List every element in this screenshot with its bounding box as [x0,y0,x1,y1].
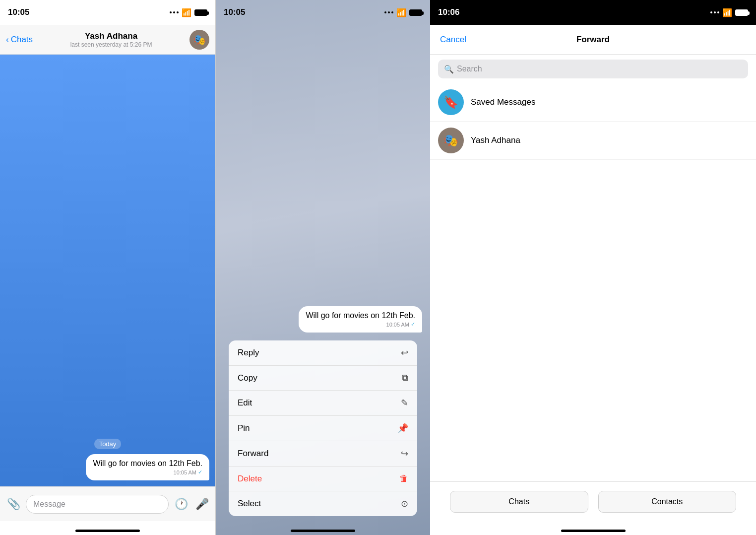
forward-status-time: 10:06 [438,7,459,17]
menu-item-reply[interactable]: Reply ↩ [229,340,417,366]
cancel-button[interactable]: Cancel [440,35,480,45]
date-badge: Today [94,439,122,449]
forward-icon: ↪ [401,448,408,459]
yash-avatar-icon: 🎭 [443,134,458,147]
input-placeholder: Message [33,500,65,509]
context-message-text: Will go for movies on 12th Feb. [306,311,415,320]
home-bar [291,530,355,532]
context-status-icons: 📶 [384,8,422,17]
wifi-icon: 📶 [182,8,191,17]
context-message-area: Will go for movies on 12th Feb. 10:05 AM… [216,25,430,340]
home-indicator [0,521,215,535]
contact-item-saved[interactable]: 🔖 Saved Messages [430,83,756,122]
forward-status-bar: 10:06 📶 [430,0,756,25]
menu-item-forward[interactable]: Forward ↪ [229,441,417,467]
contact-item-yash[interactable]: 🎭 Yash Adhana [430,122,756,160]
menu-item-edit[interactable]: Edit ✎ [229,391,417,416]
menu-label-edit: Edit [238,398,252,408]
bubble-meta: 10:05 AM ✓ [93,469,202,475]
menu-item-delete[interactable]: Delete 🗑 [229,467,417,491]
status-bar: 10:05 📶 [0,0,215,25]
forward-search-bar: 🔍 Search [430,55,756,83]
copy-icon: ⧉ [402,373,408,383]
bubble-time: 10:05 AM [174,469,196,475]
avatar-saved-messages: 🔖 [438,89,464,115]
menu-label-copy: Copy [238,373,257,383]
forward-panel: 10:06 📶 Cancel Forward 🔍 Search 🔖 Saved … [430,0,756,535]
battery-icon [735,9,748,16]
tab-contacts-label: Contacts [651,497,683,506]
context-menu-panel: 10:05 📶 Will go for movies on 12th Feb. … [216,0,430,535]
home-bar [561,530,626,532]
reply-icon: ↩ [401,347,408,358]
bubble-meta: 10:05 AM ✓ [306,321,415,328]
chat-user-status: last seen yesterday at 5:26 PM [70,41,152,48]
chat-panel: 10:05 📶 ‹ Chats Yash Adhana last seen ye… [0,0,216,535]
saved-messages-icon: 🔖 [443,95,458,109]
menu-label-reply: Reply [238,348,259,358]
edit-icon: ✎ [401,398,408,408]
tab-chats[interactable]: Chats [450,491,588,513]
forward-status-icons: 📶 [710,8,748,17]
wifi-icon: 📶 [396,8,406,17]
contacts-list: 🔖 Saved Messages 🎭 Yash Adhana [430,83,756,481]
context-status-bar: 10:05 📶 [216,0,430,25]
search-container[interactable]: 🔍 Search [438,60,748,78]
message-text: Will go for movies on 12th Feb. [93,459,202,468]
menu-label-pin: Pin [238,423,250,433]
bubble-check: ✓ [198,469,202,475]
home-indicator [216,521,430,535]
chat-nav-bar: ‹ Chats Yash Adhana last seen yesterday … [0,25,215,55]
delete-icon: 🗑 [399,473,408,484]
signal-icon [710,11,719,13]
chevron-left-icon: ‹ [6,35,9,45]
context-status-time: 10:05 [224,7,245,17]
home-bar [75,530,140,532]
avatar-image: 🎭 [193,34,206,46]
select-icon: ⊙ [401,498,408,509]
menu-item-select[interactable]: Select ⊙ [229,491,417,516]
chat-background: Today Will go for movies on 12th Feb. 10… [0,55,215,486]
context-menu: Reply ↩ Copy ⧉ Edit ✎ Pin 📌 Forward ↪ De… [229,340,417,516]
wifi-icon: 📶 [722,8,732,17]
message-bubble[interactable]: Will go for movies on 12th Feb. 10:05 AM… [86,454,209,480]
message-input[interactable]: Message [26,495,169,514]
battery-icon [194,9,207,16]
signal-icon [170,11,179,13]
chat-user-name: Yash Adhana [85,31,137,41]
menu-item-pin[interactable]: Pin 📌 [229,416,417,441]
avatar[interactable]: 🎭 [189,30,209,50]
contact-name-yash: Yash Adhana [471,135,520,145]
bubble-check: ✓ [411,321,415,328]
attachment-button[interactable]: 📎 [5,496,22,513]
signal-icon [384,11,393,13]
forward-nav-bar: Cancel Forward [430,25,756,55]
chat-input-bar: 📎 Message 🕐 🎤 [0,486,215,521]
microphone-button[interactable]: 🎤 [193,496,210,513]
menu-label-forward: Forward [238,449,268,459]
forward-title: Forward [480,35,706,45]
home-indicator [430,521,756,535]
status-icons: 📶 [170,8,207,17]
sticker-button[interactable]: 🕐 [173,496,189,513]
back-label: Chats [11,35,33,45]
search-icon: 🔍 [444,65,454,74]
pin-icon: 📌 [397,423,408,434]
bubble-time: 10:05 AM [386,322,409,328]
battery-icon [409,9,422,16]
search-placeholder: Search [457,65,482,73]
bottom-tabs: Chats Contacts [430,481,756,521]
chat-user-info: Yash Adhana last seen yesterday at 5:26 … [33,31,189,48]
back-button[interactable]: ‹ Chats [6,35,33,45]
status-time: 10:05 [8,7,29,17]
avatar-yash: 🎭 [438,128,464,153]
menu-label-delete: Delete [238,474,262,484]
menu-item-copy[interactable]: Copy ⧉ [229,366,417,391]
menu-label-select: Select [238,499,261,509]
tab-chats-label: Chats [508,497,529,506]
date-badge-container: Today [6,439,209,449]
contact-name-saved: Saved Messages [471,97,535,107]
context-bubble: Will go for movies on 12th Feb. 10:05 AM… [299,306,422,333]
tab-contacts[interactable]: Contacts [598,491,737,513]
